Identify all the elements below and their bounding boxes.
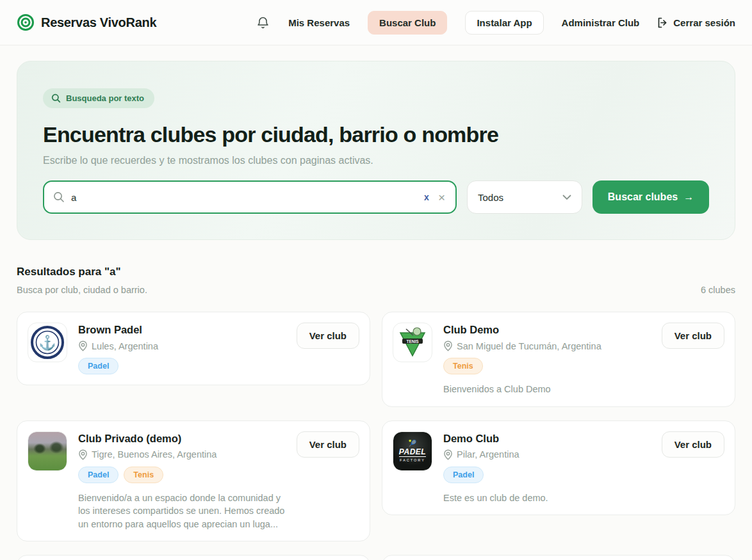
location-pin-icon — [78, 449, 88, 460]
nav-buscar-club[interactable]: Buscar Club — [368, 11, 447, 35]
ver-club-button[interactable]: Ver club — [297, 323, 359, 349]
tag-padel: Padel — [443, 467, 484, 483]
tag-tenis: Tenis — [124, 467, 163, 483]
brand-bullseye-icon — [17, 13, 35, 31]
nav-instalar-app[interactable]: Instalar App — [465, 11, 543, 35]
hero-badge: Busqueda por texto — [43, 88, 154, 108]
nav-mis-reservas[interactable]: Mis Reservas — [288, 17, 350, 28]
club-logo-padel-factory: 🎾 PADEL FACTORY — [393, 431, 432, 471]
tag-padel: Padel — [78, 467, 119, 483]
search-box: x × — [43, 180, 457, 214]
club-location: San Miguel de Tucumán, Argentina — [457, 341, 601, 351]
location-pin-icon — [443, 449, 453, 460]
logout-icon — [657, 17, 668, 28]
club-name: Demo Club — [443, 431, 651, 445]
racket-icon: 🎾 — [409, 440, 416, 447]
club-logo-tenis-triangle: TENIS — [393, 323, 432, 362]
svg-text:TENIS: TENIS — [406, 339, 419, 344]
results-subtitle: Busca por club, ciudad o barrio. — [17, 285, 147, 295]
buscar-clubes-button[interactable]: Buscar clubes → — [593, 180, 709, 214]
club-location: Tigre, Buenos Aires, Argentina — [92, 449, 217, 460]
brand[interactable]: Reservas VivoRank — [17, 13, 156, 31]
page-subtitle: Escribe lo que recuerdes y te mostramos … — [43, 155, 709, 166]
nav-cerrar-sesion-label: Cerrar sesión — [673, 17, 735, 28]
svg-text:⚓: ⚓ — [38, 334, 56, 351]
sport-filter-select[interactable]: Todos — [467, 180, 582, 214]
club-name: Brown Padel — [78, 323, 286, 336]
location-pin-icon — [443, 340, 453, 351]
club-card-demo-club: 🎾 PADEL FACTORY Demo Club Pilar, Argenti… — [382, 420, 735, 516]
app-header: Reservas VivoRank Mis Reservas Buscar Cl… — [0, 0, 752, 45]
results-count: 6 clubes — [701, 285, 735, 295]
club-location: Lules, Argentina — [92, 341, 158, 351]
results-title: Resultados para "a" — [17, 266, 735, 278]
club-card-club-demo: TENIS Club Demo San Miguel de Tucumán, A… — [382, 312, 735, 407]
search-icon — [51, 93, 61, 103]
tag-tenis: Tenis — [443, 358, 483, 374]
search-input[interactable] — [71, 192, 416, 203]
tag-padel: Padel — [78, 358, 119, 374]
buscar-clubes-label: Buscar clubes — [608, 191, 678, 203]
club-location: Pilar, Argentina — [457, 449, 519, 460]
nav-administrar-club[interactable]: Administrar Club — [562, 17, 640, 28]
club-name: Club Demo — [443, 323, 651, 336]
location-pin-icon — [78, 340, 88, 351]
club-logo-photo — [28, 431, 67, 471]
page-title: Encuentra clubes por ciudad, barrio o no… — [43, 122, 709, 147]
club-description: Bienvenido/a a un espacio donde la comun… — [78, 492, 286, 531]
bell-icon — [257, 16, 269, 29]
search-row: x × Todos Buscar clubes → — [43, 180, 709, 214]
native-clear-icon[interactable]: x — [423, 191, 430, 203]
arrow-right-icon: → — [683, 191, 694, 203]
ver-club-button[interactable]: Ver club — [662, 323, 724, 349]
club-card-las-lomadas: Las Lomadas Yerba Buena, Argentina Ver c… — [382, 555, 735, 560]
clear-search-icon[interactable]: × — [437, 190, 446, 205]
hero-badge-label: Busqueda por texto — [66, 93, 144, 103]
club-card-brown-padel: ⚓ Brown Padel Lules, Argentina Padel — [17, 312, 370, 385]
club-name: Club Privado (demo) — [78, 431, 286, 445]
brand-title: Reservas VivoRank — [41, 15, 156, 30]
hero-search-panel: Busqueda por texto Encuentra clubes por … — [17, 61, 735, 240]
club-logo-anchor-badge: ⚓ — [28, 323, 67, 362]
results-header: Resultados para "a" Busca por club, ciud… — [17, 266, 735, 295]
notifications-button[interactable] — [257, 16, 269, 29]
main-nav: Mis Reservas Buscar Club Instalar App Ad… — [257, 11, 735, 35]
club-card-la-arboleda: TENIS La Arboleda (Demo) CABA, Argentina… — [17, 555, 370, 560]
ver-club-button[interactable]: Ver club — [297, 431, 359, 458]
club-card-club-privado: Club Privado (demo) Tigre, Buenos Aires,… — [17, 420, 370, 542]
nav-cerrar-sesion[interactable]: Cerrar sesión — [657, 17, 735, 28]
club-grid: ⚓ Brown Padel Lules, Argentina Padel — [17, 312, 735, 560]
ver-club-button[interactable]: Ver club — [662, 431, 724, 458]
chevron-down-icon — [562, 195, 571, 200]
search-icon — [53, 191, 65, 203]
sport-filter-value: Todos — [478, 192, 503, 203]
club-description: Este es un club de demo. — [443, 492, 651, 505]
club-description: Bienvenidos a Club Demo — [443, 383, 651, 396]
